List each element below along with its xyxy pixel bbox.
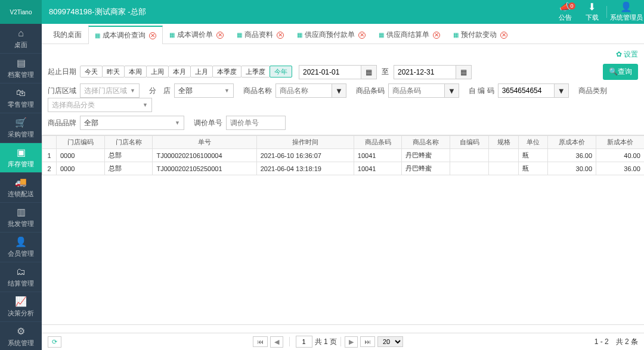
- horizontal-scrollbar[interactable]: [42, 325, 644, 333]
- tab-成本调价查询[interactable]: ▦成本调价查询✕: [88, 26, 163, 44]
- self-code-label: 自 编 码: [469, 86, 494, 96]
- nav-icon: 🗂: [16, 267, 26, 277]
- table-row[interactable]: 20000总部TJ00002021052500012021-06-04 13:1…: [42, 162, 645, 175]
- prod-code-input[interactable]: [388, 83, 445, 98]
- nav-item-决策分析[interactable]: 📈决策分析: [0, 292, 42, 322]
- close-icon[interactable]: ✕: [500, 32, 507, 39]
- query-button[interactable]: 🔍查询: [603, 64, 638, 80]
- prod-cat-select[interactable]: 选择商品分类▼: [48, 98, 152, 112]
- store-region-label: 门店区域: [48, 86, 76, 96]
- download-button[interactable]: ⬇ 下载: [578, 0, 605, 24]
- date-btn-上月[interactable]: 上月: [190, 66, 213, 78]
- page-input[interactable]: [296, 336, 312, 348]
- col-header[interactable]: 操作时间: [256, 136, 354, 149]
- tab-label: 供应商预付款单: [305, 30, 355, 40]
- close-icon[interactable]: ✕: [216, 32, 224, 39]
- prev-page-button[interactable]: ◀: [270, 336, 283, 348]
- nav-label: 零售管理: [8, 100, 34, 109]
- nav-item-结算管理[interactable]: 🗂结算管理: [0, 262, 42, 292]
- date-shortcut-group: 今天昨天本周上周本月上月本季度上季度今年: [80, 67, 292, 76]
- header-actions: 📣 公告 0 ⬇ 下载 👤 系统管理员: [552, 0, 644, 24]
- col-header[interactable]: 门店编码: [57, 136, 105, 149]
- nav-label: 结算管理: [8, 279, 34, 288]
- col-header[interactable]: 商品条码: [354, 136, 402, 149]
- search-icon: 🔍: [609, 67, 618, 76]
- tabbar: 我的桌面▦成本调价查询✕▦成本调价单✕▦商品资料✕▦供应商预付款单✕▦供应商结算…: [42, 24, 644, 44]
- main: 我的桌面▦成本调价查询✕▦成本调价单✕▦商品资料✕▦供应商预付款单✕▦供应商结算…: [42, 24, 644, 350]
- col-header[interactable]: 门店名称: [104, 136, 153, 149]
- col-header[interactable]: 原成本价: [548, 136, 596, 149]
- header: V2Tiano 8099748198-测试商家 -总部 📣 公告 0 ⬇ 下载 …: [0, 0, 644, 24]
- prod-brand-select[interactable]: 全部▼: [80, 116, 184, 130]
- col-header[interactable]: [42, 136, 57, 149]
- tab-供应商预付款单[interactable]: ▦供应商预付款单✕: [290, 26, 372, 44]
- tab-我的桌面[interactable]: 我的桌面: [47, 26, 88, 44]
- date-btn-上季度[interactable]: 上季度: [241, 66, 270, 78]
- user-button[interactable]: 👤 系统管理员: [608, 0, 644, 24]
- self-code-input[interactable]: [498, 83, 555, 98]
- date-btn-本周[interactable]: 本周: [124, 66, 147, 78]
- filter-icon: ▼: [448, 86, 456, 95]
- prod-name-filter[interactable]: ▼: [332, 83, 346, 98]
- start-date-input[interactable]: [299, 65, 361, 79]
- nav-icon: 📈: [15, 296, 27, 307]
- branch-select[interactable]: 全部▼: [174, 83, 234, 98]
- tab-成本调价单[interactable]: ▦成本调价单✕: [163, 26, 230, 44]
- end-date-picker[interactable]: ▦: [456, 65, 472, 79]
- prod-code-filter[interactable]: ▼: [445, 83, 459, 98]
- table-row[interactable]: 10000总部TJ00002021061000042021-06-10 16:3…: [42, 149, 645, 162]
- col-header[interactable]: 规格: [489, 136, 519, 149]
- tab-label: 商品资料: [244, 30, 273, 40]
- nav-label: 会员管理: [8, 249, 34, 258]
- start-date-picker[interactable]: ▦: [361, 65, 377, 79]
- tab-预付款变动[interactable]: ▦预付款变动✕: [447, 26, 514, 44]
- tab-icon: ▦: [453, 32, 459, 38]
- close-icon[interactable]: ✕: [358, 32, 366, 39]
- adj-no-input[interactable]: [226, 116, 286, 130]
- tab-icon: ▦: [237, 32, 242, 38]
- nav-item-系统管理[interactable]: ⚙系统管理: [0, 322, 42, 350]
- nav-item-连锁配送[interactable]: 🚚连锁配送: [0, 173, 42, 203]
- nav-item-会员管理[interactable]: 👤会员管理: [0, 233, 42, 262]
- col-header[interactable]: 商品名称: [402, 136, 450, 149]
- tab-供应商结算单[interactable]: ▦供应商结算单✕: [372, 26, 447, 44]
- date-btn-昨天[interactable]: 昨天: [102, 66, 125, 78]
- close-icon[interactable]: ✕: [277, 32, 284, 39]
- nav-icon: ▥: [17, 206, 26, 218]
- nav-item-桌面[interactable]: ⌂桌面: [0, 24, 42, 54]
- nav-item-零售管理[interactable]: 🛍零售管理: [0, 83, 42, 113]
- col-header[interactable]: 新成本价: [596, 136, 644, 149]
- date-btn-今天[interactable]: 今天: [80, 66, 103, 78]
- nav-label: 系统管理: [8, 339, 34, 348]
- notice-button[interactable]: 📣 公告 0: [552, 0, 578, 24]
- close-icon[interactable]: ✕: [433, 32, 440, 39]
- store-region-select[interactable]: 选择门店区域▼: [80, 83, 140, 98]
- nav-item-采购管理[interactable]: 🛒采购管理: [0, 113, 42, 143]
- nav-icon: ▣: [17, 147, 26, 158]
- col-header[interactable]: 单位: [518, 136, 548, 149]
- last-page-button[interactable]: ⏭: [360, 336, 375, 347]
- nav-item-档案管理[interactable]: ▤档案管理: [0, 54, 42, 83]
- user-icon: 👤: [620, 2, 632, 12]
- col-header[interactable]: 自编码: [450, 136, 489, 149]
- self-code-filter[interactable]: ▼: [555, 83, 569, 98]
- tab-商品资料[interactable]: ▦商品资料✕: [230, 26, 290, 44]
- prod-name-input[interactable]: [275, 83, 332, 98]
- nav-item-批发管理[interactable]: ▥批发管理: [0, 203, 42, 233]
- first-page-button[interactable]: ⏮: [253, 336, 268, 347]
- date-btn-上周[interactable]: 上周: [146, 66, 169, 78]
- date-btn-今年[interactable]: 今年: [270, 66, 292, 78]
- settings-button[interactable]: ✿设置: [616, 49, 638, 60]
- col-header[interactable]: 单号: [153, 136, 256, 149]
- page-size-select[interactable]: 20: [377, 336, 403, 347]
- close-icon[interactable]: ✕: [149, 32, 156, 39]
- chevron-down-icon: ▼: [224, 88, 230, 94]
- date-btn-本季度[interactable]: 本季度: [212, 66, 242, 78]
- nav-icon: ⚙: [17, 326, 25, 337]
- next-page-button[interactable]: ▶: [345, 336, 358, 348]
- nav-item-库存管理[interactable]: ▣库存管理: [0, 143, 42, 173]
- end-date-input[interactable]: [394, 65, 456, 79]
- prod-name-label: 商品名称: [243, 86, 272, 96]
- date-btn-本月[interactable]: 本月: [168, 66, 191, 78]
- refresh-button[interactable]: ⟳: [48, 336, 61, 348]
